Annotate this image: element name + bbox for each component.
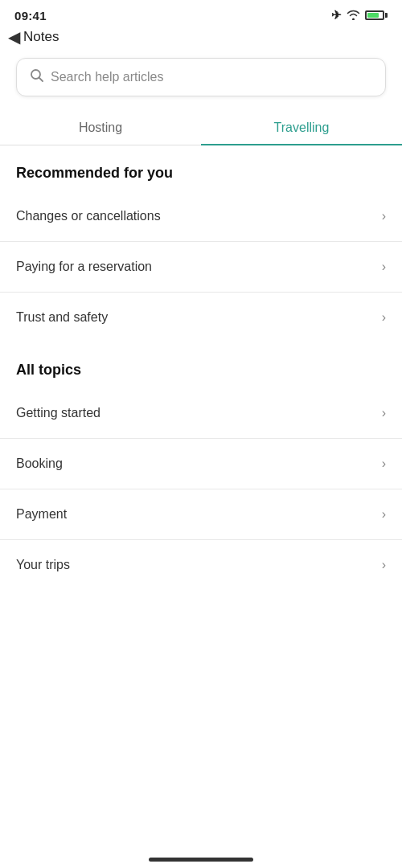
back-nav[interactable]: ◀ Notes <box>0 26 402 53</box>
recommended-heading: Recommended for you <box>0 145 402 191</box>
list-item-label: Your trips <box>16 558 70 572</box>
chevron-right-icon: › <box>382 209 386 223</box>
list-item-your-trips[interactable]: Your trips › <box>0 540 402 590</box>
airplane-icon: ✈ <box>331 8 342 23</box>
back-chevron-icon: ◀ <box>8 27 20 47</box>
list-item-label: Payment <box>16 507 67 522</box>
chevron-right-icon: › <box>382 310 386 325</box>
search-container: Search help articles <box>0 53 402 109</box>
list-item-paying-reservation[interactable]: Paying for a reservation › <box>0 242 402 293</box>
list-item-trust-safety[interactable]: Trust and safety › <box>0 293 402 342</box>
list-item-label: Paying for a reservation <box>16 260 152 274</box>
tab-hosting[interactable]: Hosting <box>0 109 201 145</box>
svg-line-1 <box>39 78 43 82</box>
status-bar: 09:41 ✈ <box>0 0 402 26</box>
list-item-payment[interactable]: Payment › <box>0 489 402 540</box>
list-item-label: Getting started <box>16 406 100 420</box>
home-indicator <box>149 858 253 862</box>
search-placeholder: Search help articles <box>51 70 164 84</box>
chevron-right-icon: › <box>382 457 386 471</box>
status-time: 09:41 <box>14 9 47 23</box>
all-topics-list: Getting started › Booking › Payment › Yo… <box>0 388 402 590</box>
tabs-container: Hosting Travelling <box>0 109 402 145</box>
list-item-label: Booking <box>16 457 63 471</box>
chevron-right-icon: › <box>382 260 386 274</box>
list-item-changes-cancellations[interactable]: Changes or cancellations › <box>0 191 402 242</box>
status-icons: ✈ <box>331 8 388 23</box>
chevron-right-icon: › <box>382 507 386 522</box>
list-item-label: Trust and safety <box>16 310 108 325</box>
search-bar[interactable]: Search help articles <box>16 58 386 96</box>
wifi-icon <box>347 9 360 23</box>
chevron-right-icon: › <box>382 558 386 572</box>
battery-icon <box>365 10 388 20</box>
tab-travelling[interactable]: Travelling <box>201 109 402 145</box>
chevron-right-icon: › <box>382 406 386 420</box>
list-item-label: Changes or cancellations <box>16 209 161 223</box>
all-topics-heading: All topics <box>0 342 402 388</box>
list-item-getting-started[interactable]: Getting started › <box>0 388 402 439</box>
recommended-list: Changes or cancellations › Paying for a … <box>0 191 402 342</box>
list-item-booking[interactable]: Booking › <box>0 439 402 489</box>
back-label: Notes <box>23 29 59 45</box>
search-icon <box>30 68 44 86</box>
